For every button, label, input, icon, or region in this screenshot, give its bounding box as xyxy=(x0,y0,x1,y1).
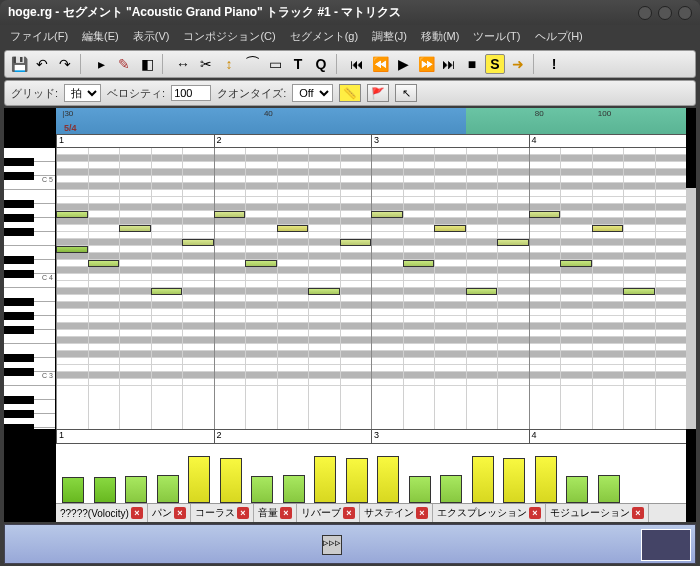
menu-edit[interactable]: 編集(E) xyxy=(76,27,125,46)
velocity-bar[interactable] xyxy=(472,456,494,503)
piano-black-key[interactable] xyxy=(4,214,34,222)
note[interactable] xyxy=(308,288,340,295)
minimize-button[interactable] xyxy=(638,6,652,20)
ruler-toggle-icon[interactable]: 📏 xyxy=(339,84,361,102)
piano-black-key[interactable] xyxy=(4,312,34,320)
piano-black-key[interactable] xyxy=(4,270,34,278)
menu-composition[interactable]: コンポジション(C) xyxy=(177,27,281,46)
note[interactable] xyxy=(245,260,277,267)
close-icon[interactable]: × xyxy=(174,507,186,519)
pointer-icon[interactable]: ▸ xyxy=(91,54,111,74)
velocity-bar[interactable] xyxy=(94,477,116,503)
velocity-bar[interactable] xyxy=(283,475,305,503)
tie-icon[interactable]: ⁀ xyxy=(242,54,262,74)
text-icon[interactable]: T xyxy=(288,54,308,74)
stop-icon[interactable]: ■ xyxy=(462,54,482,74)
maximize-button[interactable] xyxy=(658,6,672,20)
piano-black-key[interactable] xyxy=(4,424,34,432)
note[interactable] xyxy=(371,211,403,218)
velocity-bar[interactable] xyxy=(251,476,273,503)
rewind-icon[interactable]: ⏪ xyxy=(370,54,390,74)
note[interactable] xyxy=(277,225,309,232)
cursor-opt-icon[interactable]: ↖ xyxy=(395,84,417,102)
velocity-bar[interactable] xyxy=(598,475,620,503)
bar-ruler-bottom[interactable]: 1 2 3 4 xyxy=(56,429,686,443)
controller-tab[interactable]: パン× xyxy=(148,504,191,522)
controller-tab[interactable]: モジュレーション× xyxy=(546,504,649,522)
piano-black-key[interactable] xyxy=(4,200,34,208)
menu-segment[interactable]: セグメント(g) xyxy=(284,27,364,46)
velocity-bar[interactable] xyxy=(62,477,84,503)
velocity-lane[interactable] xyxy=(56,443,686,503)
note[interactable] xyxy=(497,239,529,246)
undo-icon[interactable]: ↶ xyxy=(32,54,52,74)
note[interactable] xyxy=(88,260,120,267)
close-icon[interactable]: × xyxy=(343,507,355,519)
menu-file[interactable]: ファイル(F) xyxy=(4,27,74,46)
piano-black-key[interactable] xyxy=(4,368,34,376)
controller-tab[interactable]: 音量× xyxy=(254,504,297,522)
bar-ruler-top[interactable]: 1 2 3 4 xyxy=(56,134,686,148)
controller-tab[interactable]: コーラス× xyxy=(191,504,254,522)
menu-adjust[interactable]: 調整(J) xyxy=(366,27,413,46)
note[interactable] xyxy=(119,225,151,232)
vertical-scrollbar[interactable] xyxy=(686,188,696,429)
controller-tab[interactable]: リバーブ× xyxy=(297,504,360,522)
piano-black-key[interactable] xyxy=(4,326,34,334)
tempo-ruler[interactable]: |30 40 80 100 5/4 xyxy=(56,108,686,134)
note[interactable] xyxy=(529,211,561,218)
piano-keyboard[interactable]: C 5C 4C 3 xyxy=(4,148,56,429)
controller-tab[interactable]: ?????(Volocity)× xyxy=(56,504,148,522)
fforward-icon[interactable]: ⏩ xyxy=(416,54,436,74)
note[interactable] xyxy=(592,225,624,232)
forward-end-icon[interactable]: ⏭ xyxy=(439,54,459,74)
controller-tab[interactable]: サステイン× xyxy=(360,504,433,522)
resize-icon[interactable]: ↔ xyxy=(173,54,193,74)
redo-icon[interactable]: ↷ xyxy=(55,54,75,74)
panic-icon[interactable]: ➜ xyxy=(508,54,528,74)
eraser-icon[interactable]: ◧ xyxy=(137,54,157,74)
velocity-bar[interactable] xyxy=(535,456,557,503)
velocity-bar[interactable] xyxy=(125,476,147,503)
grid-select[interactable]: 拍 xyxy=(64,84,101,102)
velocity-bar[interactable] xyxy=(503,458,525,503)
velocity-bar[interactable] xyxy=(377,456,399,503)
note[interactable] xyxy=(151,288,183,295)
piano-black-key[interactable] xyxy=(4,228,34,236)
note[interactable] xyxy=(214,211,246,218)
menu-help[interactable]: ヘルプ(H) xyxy=(529,27,589,46)
velocity-bar[interactable] xyxy=(440,475,462,503)
piano-black-key[interactable] xyxy=(4,410,34,418)
split-icon[interactable]: ✂ xyxy=(196,54,216,74)
velocity-bar[interactable] xyxy=(157,475,179,503)
pencil-icon[interactable]: ✎ xyxy=(114,54,134,74)
piano-black-key[interactable] xyxy=(4,172,34,180)
menu-view[interactable]: 表示(V) xyxy=(127,27,176,46)
menu-move[interactable]: 移動(M) xyxy=(415,27,466,46)
piano-black-key[interactable] xyxy=(4,158,34,166)
play-icon[interactable]: ▶ xyxy=(393,54,413,74)
save-icon[interactable]: 💾 xyxy=(9,54,29,74)
velocity-bar[interactable] xyxy=(220,458,242,503)
overview-strip[interactable]: ▹▹▹ xyxy=(4,524,696,564)
close-icon[interactable]: × xyxy=(632,507,644,519)
alert-icon[interactable]: ! xyxy=(544,54,564,74)
velocity-bar[interactable] xyxy=(409,476,431,503)
menu-tools[interactable]: ツール(T) xyxy=(467,27,526,46)
piano-black-key[interactable] xyxy=(4,396,34,404)
velocity-bar[interactable] xyxy=(346,458,368,503)
note[interactable] xyxy=(403,260,435,267)
close-icon[interactable]: × xyxy=(529,507,541,519)
piano-black-key[interactable] xyxy=(4,354,34,362)
overview-playhead[interactable]: ▹▹▹ xyxy=(322,535,342,555)
velocity-bar[interactable] xyxy=(314,456,336,503)
close-icon[interactable]: × xyxy=(280,507,292,519)
note[interactable] xyxy=(56,211,88,218)
note[interactable] xyxy=(560,260,592,267)
chord-icon[interactable]: Q xyxy=(311,54,331,74)
note[interactable] xyxy=(466,288,498,295)
velocity-icon[interactable]: ↕ xyxy=(219,54,239,74)
close-icon[interactable]: × xyxy=(237,507,249,519)
velocity-input[interactable] xyxy=(171,85,211,101)
quantize-select[interactable]: Off xyxy=(292,84,333,102)
